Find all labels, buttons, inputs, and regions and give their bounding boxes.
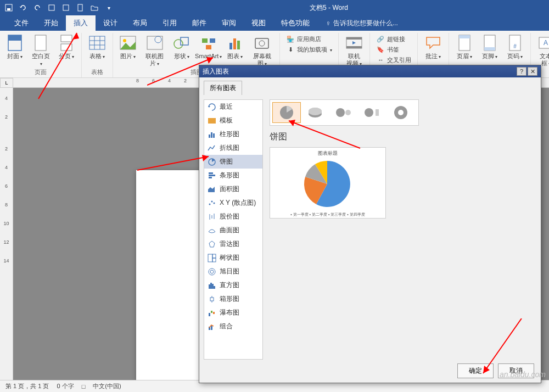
subtype-pie[interactable] [272,102,301,123]
chart-type-label: 面积图 [220,184,239,194]
menu-item-1[interactable]: 开始 [36,15,66,31]
area-icon [208,186,216,193]
save-icon[interactable] [4,3,13,12]
ribbon-btn-online-pic[interactable]: 联机图片▾ [141,33,169,68]
picture-icon [119,34,137,52]
chart-type-pie[interactable]: 饼图 [204,155,262,169]
ruler-mark: 4 [5,96,8,101]
menu-item-9[interactable]: 特色功能 [273,15,317,31]
ribbon-small-btn-crossref[interactable]: ↔交叉引用 [374,55,413,65]
chart-type-line[interactable]: 折线图 [204,141,262,155]
chart-type-histogram[interactable]: 直方图 [204,278,262,292]
chart-type-column[interactable]: 柱形图 [204,127,262,141]
chart-type-template[interactable]: 模板 [204,114,262,127]
status-words[interactable]: 0 个字 [57,382,74,390]
ribbon-btn-label: 封面▾ [7,53,23,60]
chart-type-label: 饼图 [220,157,233,166]
ribbon-small-btn-link[interactable]: 🔗超链接 [374,34,413,44]
ribbon-btn-blank[interactable]: 空白页▾ [27,33,54,68]
chart-type-waterfall[interactable]: 瀑布图 [204,306,262,320]
status-lang[interactable]: 中文(中国) [93,382,121,390]
ribbon-btn-chart[interactable]: 图表▾ [223,33,247,68]
qat-dropdown-icon[interactable]: ▾ [104,3,113,12]
redo-icon[interactable] [33,3,42,12]
chart-type-bar[interactable]: 条形图 [204,169,262,182]
chart-preview-area: 饼图 图表标题 • 第一季度 • 第二季度 • 第三季度 • 第四季度 [270,99,536,360]
chart-type-sunburst[interactable]: 旭日图 [204,265,262,278]
ribbon-btn-table[interactable]: 表格▾ [85,33,109,68]
chart-type-treemap[interactable]: 树状图 [204,251,262,265]
chart-type-scatter[interactable]: X Y (散点图) [204,196,262,210]
vertical-ruler[interactable]: 422468101214 [0,88,13,380]
menu-item-6[interactable]: 邮件 [184,15,214,31]
chart-subtype-row [270,99,419,126]
dialog-titlebar[interactable]: 插入图表 ? ✕ [199,65,541,77]
new-doc-icon[interactable] [76,3,85,12]
menu-item-8[interactable]: 视图 [244,15,273,31]
svg-rect-50 [209,172,213,174]
menu-item-5[interactable]: 引用 [155,15,184,31]
dialog-tab-all[interactable]: 所有图表 [204,81,242,95]
chart-type-box[interactable]: 箱形图 [204,292,262,306]
chart-type-recent[interactable]: 最近 [204,100,262,114]
ribbon-btn-smartart[interactable]: SmartArt▾ [194,33,222,68]
qat-icon-1[interactable] [47,3,56,12]
close-button[interactable]: ✕ [528,67,537,76]
svg-rect-31 [346,46,362,48]
ribbon-btn-picture[interactable]: 图片▾ [116,33,139,68]
comment-icon [424,34,442,52]
tell-me-input[interactable]: ♀ 告诉我您想要做什么... [326,19,398,28]
preview-chart-title: 图表标题 [272,150,383,157]
ok-button[interactable]: 确定 [457,363,494,378]
help-button[interactable]: ? [517,67,526,76]
menu-item-2[interactable]: 插入 [66,15,96,31]
ribbon-small-btn-bookmark[interactable]: 🔖书签 [374,44,413,54]
status-page[interactable]: 第 1 页，共 1 页 [5,382,49,390]
chart-type-label: 组合 [220,322,233,331]
ribbon-small-btn-store[interactable]: 🏪应用商店 [284,34,334,44]
chart-type-stock[interactable]: 股价图 [204,210,262,223]
svg-rect-24 [229,43,232,49]
menu-item-3[interactable]: 设计 [96,15,125,31]
subtype-title: 饼图 [270,131,536,143]
subtype-pieofpie[interactable] [329,102,358,123]
menu-item-4[interactable]: 布局 [125,15,155,31]
svg-rect-46 [209,135,210,138]
chart-type-area[interactable]: 面积图 [204,182,262,196]
chart-type-label: 直方图 [220,281,239,290]
ribbon-btn-cover[interactable]: 封面▾ [3,33,26,68]
svg-rect-83 [376,109,379,116]
ribbon-group-0: 封面▾空白页▾分页▾页面 [0,33,82,77]
svg-point-80 [336,108,345,117]
ribbon-btn-screenshot[interactable]: 屏幕截图▾ [248,33,276,68]
ribbon-group-1: 表格▾表格 [82,33,113,77]
menu-item-0[interactable]: 文件 [7,15,36,31]
chart-type-combo[interactable]: 组合 [204,320,262,333]
dialog-title: 插入图表 [203,67,517,76]
chart-type-radar[interactable]: 雷达图 [204,237,262,251]
subtype-pie3d[interactable] [301,102,329,123]
chart-type-surface[interactable]: 曲面图 [204,223,262,237]
undo-icon[interactable] [19,3,27,12]
title-bar: ▾ 文档5 - Word [0,0,549,15]
svg-rect-26 [237,41,240,49]
ribbon-small-btn-addins[interactable]: ⬇我的加载项 ▾ [284,44,334,54]
menu-item-7[interactable]: 审阅 [214,15,244,31]
ribbon-btn-shapes[interactable]: 形状▾ [170,33,193,68]
svg-rect-30 [346,37,362,40]
svg-rect-9 [61,44,72,51]
ribbon-group-label: 页面 [35,68,47,77]
quick-access-toolbar: ▾ [4,3,113,12]
subtype-barofpie[interactable] [358,102,386,123]
chart-preview[interactable]: 图表标题 • 第一季度 • 第二季度 • 第三季度 • 第四季度 [270,147,386,219]
online-pic-icon [146,34,164,52]
ribbon-btn-break[interactable]: 分页▾ [55,33,78,68]
chart-type-label: 折线图 [220,143,239,153]
subtype-doughnut[interactable] [386,102,415,123]
svg-rect-69 [210,298,214,301]
ribbon-btn-label: SmartArt▾ [195,53,222,60]
svg-rect-25 [233,38,236,49]
preview-legend: • 第一季度 • 第二季度 • 第三季度 • 第四季度 [272,212,383,217]
open-icon[interactable] [90,3,99,12]
qat-icon-2[interactable] [61,3,70,12]
